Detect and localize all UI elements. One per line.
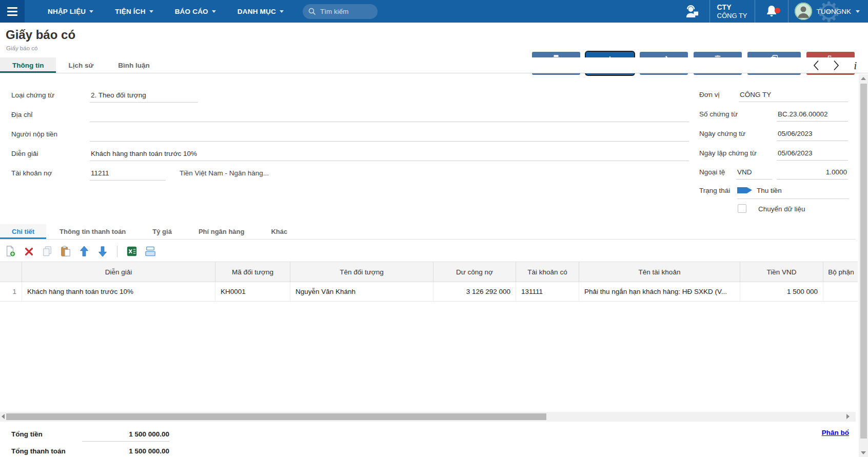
cell-stt: 1 [0,282,22,301]
menu-danh-muc[interactable]: DANH MỤC [227,0,294,23]
company-code: CTY [717,3,747,12]
column-header-tai-khoan-co[interactable]: Tài khoản có [516,262,579,282]
menu-label: DANH MỤC [238,8,276,15]
move-row-down-button[interactable] [97,246,108,257]
cell-tai-khoan-co[interactable]: 131111 [516,282,579,301]
nguoi-nop-tien-input[interactable] [90,128,689,142]
field-label-tai-khoan-no: Tài khoản nợ [11,166,52,180]
column-header-bo-phan[interactable]: Bộ phận [823,262,858,282]
column-header-ten-tai-khoan[interactable]: Tên tài khoản [579,262,740,282]
ngay-lap-chung-tu-input[interactable]: 05/06/2023 [777,147,848,161]
print-grid-button[interactable] [145,246,156,257]
chevron-down-icon [89,10,93,13]
column-header-ma-doi-tuong[interactable]: Mã đối tượng [215,262,290,282]
subtab-chi-tiet[interactable]: Chi tiết [0,224,46,239]
info-icon[interactable]: i [854,61,857,71]
paste-row-button[interactable] [60,246,71,257]
support-button[interactable] [675,5,709,18]
menu-tien-ich[interactable]: TIỆN ÍCH [104,0,164,23]
so-chung-tu-input[interactable]: BC.23.06.00002 [777,108,848,122]
scroll-up-arrow[interactable] [861,77,866,80]
avatar [795,3,812,20]
tong-thanh-toan-label: Tổng thanh toán [11,447,66,455]
subtab-phi-ngan-hang[interactable]: Phí ngân hàng [185,224,258,239]
loai-chung-tu-input[interactable]: 2. Theo đối tượng [90,89,198,103]
column-header-dien-giai[interactable]: Diễn giải [22,262,215,282]
chuyen-du-lieu-checkbox[interactable] [738,204,746,213]
don-vi-input[interactable]: CÔNG TY [739,88,848,102]
ty-gia-input[interactable]: 1.0000 [777,166,848,180]
vertical-scrollbar-thumb[interactable] [860,84,867,439]
grid-toolbar [0,243,856,260]
tai-khoan-no-input[interactable]: 11211 [90,167,166,181]
menu-label: BÁO CÁO [175,8,208,15]
field-label-ngay-chung-tu: Ngày chứng từ [699,127,745,141]
add-row-button[interactable] [5,246,16,257]
tong-tien-label: Tổng tiền [11,430,43,438]
search-input[interactable] [320,8,369,15]
cell-ten-tai-khoan[interactable]: Phải thu ngắn hạn khách hàng: HĐ SXKD (V… [579,282,740,301]
subtab-thong-tin-thanh-toan[interactable]: Thông tin thanh toán [46,224,139,239]
field-label-so-chung-tu: Số chứng từ [699,107,738,121]
company-selector[interactable]: CTY CÔNG TY [710,2,755,21]
move-row-up-button[interactable] [78,246,90,257]
notifications-button[interactable] [755,5,788,18]
subtab-ty-gia[interactable]: Tỷ giá [139,224,185,239]
ngoai-te-input[interactable]: VND [736,166,772,180]
field-label-don-vi: Đơn vị [699,88,720,102]
tab-thong-tin[interactable]: Thông tin [0,57,56,73]
main-menu: NHẬP LIỆU TIỆN ÍCH BÁO CÁO DANH MỤC [37,0,294,23]
subtab-khac[interactable]: Khác [258,224,301,239]
toolbar-divider [117,246,117,257]
column-header-stt[interactable] [0,262,22,282]
cell-ma-doi-tuong[interactable]: KH0001 [215,282,290,301]
previous-record-button[interactable] [813,60,819,71]
dien-giai-input[interactable]: Khách hàng thanh toán trước 10% [90,147,689,161]
horizontal-scrollbar-thumb[interactable] [6,413,546,420]
chevron-down-icon [149,10,153,13]
column-header-ten-doi-tuong[interactable]: Tên đối tượng [290,262,433,282]
detail-grid: Diễn giải Mã đối tượng Tên đối tượng Dư … [0,262,858,302]
menu-bao-cao[interactable]: BÁO CÁO [164,0,227,23]
scroll-down-arrow[interactable] [861,451,866,454]
field-label-ngoai-te: Ngoại tệ [699,165,725,179]
dia-chi-input[interactable] [90,108,689,122]
hamburger-menu-button[interactable] [0,0,25,23]
cell-ten-doi-tuong[interactable]: Nguyễn Văn Khánh [290,282,433,301]
column-header-du-cong-no[interactable]: Dư công nợ [433,262,516,282]
cell-tien-vnd[interactable]: 1 500 000 [740,282,823,301]
notification-badge [775,8,780,13]
horizontal-scrollbar[interactable] [0,412,856,422]
menu-nhap-lieu[interactable]: NHẬP LIỆU [37,0,104,23]
user-menu[interactable]: TUONGNK [788,3,868,20]
next-record-button[interactable] [833,60,840,71]
page-header: Giấy báo có Giấy báo có In + Thêm Sửa Xó… [0,23,868,57]
field-label-dien-giai: Diễn giải [11,147,38,161]
delete-row-button[interactable] [23,246,34,257]
page-subtitle: Giấy báo có [6,45,37,51]
chevron-left-icon [813,60,819,71]
page-title: Giấy báo có [6,28,75,42]
table-row[interactable]: 1 Khách hàng thanh toán trước 10% KH0001… [0,282,858,302]
status-underline [737,198,849,199]
column-header-tien-vnd[interactable]: Tiền VND [740,262,823,282]
vertical-scrollbar[interactable] [859,74,868,457]
copy-pages-icon [42,246,53,257]
cell-dien-giai[interactable]: Khách hàng thanh toán trước 10% [22,282,215,301]
ngay-chung-tu-input[interactable]: 05/06/2023 [777,127,848,141]
export-excel-button[interactable] [126,246,137,257]
cell-bo-phan[interactable] [823,282,858,301]
field-label-trang-thai: Trạng thái [699,184,730,197]
tab-lich-su[interactable]: Lịch sử [56,57,106,73]
field-label-dia-chi: Địa chỉ [11,108,32,122]
tai-khoan-no-name: Tiền Việt Nam - Ngân hàng... [180,167,395,181]
tab-binh-luan[interactable]: Bình luận [106,57,162,73]
scroll-left-arrow[interactable] [2,414,5,419]
cell-du-cong-no[interactable]: 3 126 292 000 [433,282,516,301]
detail-tab-bar: Chi tiết Thông tin thanh toán Tỷ giá Phí… [0,224,856,240]
phan-bo-link[interactable]: Phân bổ [822,429,849,436]
copy-row-button[interactable] [42,246,53,257]
chevron-right-icon [833,60,840,71]
username: TUONGNK [817,8,852,15]
scroll-right-arrow[interactable] [846,414,850,419]
